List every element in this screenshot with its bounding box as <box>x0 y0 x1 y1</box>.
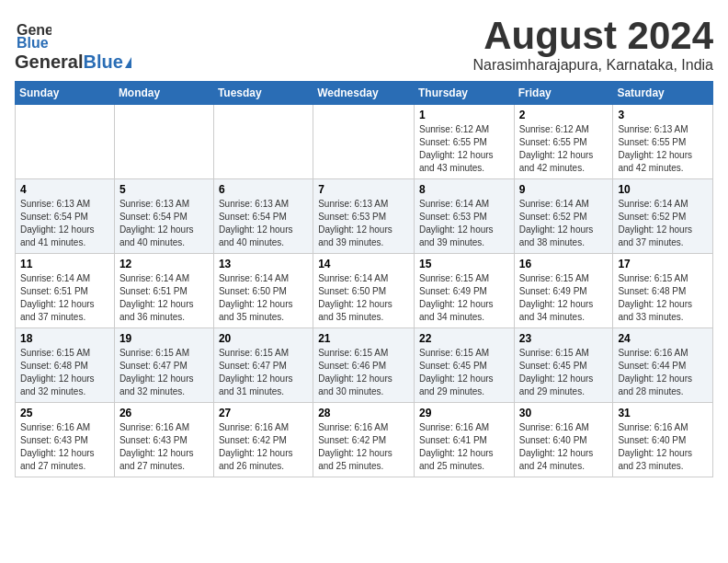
day-number: 18 <box>20 332 109 345</box>
day-number: 28 <box>318 407 409 419</box>
day-number: 3 <box>618 109 708 121</box>
day-number: 13 <box>219 258 308 270</box>
calendar-header: SundayMondayTuesdayWednesdayThursdayFrid… <box>16 82 713 105</box>
day-number: 5 <box>119 183 209 196</box>
day-number: 4 <box>20 183 109 196</box>
day-number: 19 <box>119 332 209 345</box>
day-cell <box>114 105 213 179</box>
day-info: Sunrise: 6:16 AMSunset: 6:40 PMDaylight:… <box>618 421 708 473</box>
day-number: 27 <box>219 407 308 419</box>
day-info: Sunrise: 6:13 AMSunset: 6:55 PMDaylight:… <box>618 123 708 175</box>
day-cell: 27Sunrise: 6:16 AMSunset: 6:42 PMDayligh… <box>213 403 313 477</box>
logo-triangle <box>125 57 131 68</box>
day-cell: 30Sunrise: 6:16 AMSunset: 6:40 PMDayligh… <box>514 403 613 477</box>
day-info: Sunrise: 6:13 AMSunset: 6:53 PMDaylight:… <box>318 198 409 249</box>
day-number: 12 <box>119 258 209 270</box>
day-number: 14 <box>318 258 409 270</box>
day-info: Sunrise: 6:15 AMSunset: 6:46 PMDaylight:… <box>318 347 409 398</box>
location-title: Narasimharajapura, Karnataka, India <box>473 57 713 74</box>
day-cell: 28Sunrise: 6:16 AMSunset: 6:42 PMDayligh… <box>313 403 415 477</box>
month-title: August 2024 <box>473 15 713 57</box>
day-cell <box>313 105 415 179</box>
day-cell: 16Sunrise: 6:15 AMSunset: 6:49 PMDayligh… <box>514 254 613 328</box>
day-info: Sunrise: 6:15 AMSunset: 6:47 PMDaylight:… <box>119 347 209 398</box>
day-number: 7 <box>318 183 409 196</box>
day-info: Sunrise: 6:16 AMSunset: 6:42 PMDaylight:… <box>219 421 308 473</box>
day-info: Sunrise: 6:16 AMSunset: 6:42 PMDaylight:… <box>318 421 409 473</box>
day-info: Sunrise: 6:14 AMSunset: 6:51 PMDaylight:… <box>20 272 109 324</box>
day-info: Sunrise: 6:14 AMSunset: 6:50 PMDaylight:… <box>219 272 308 324</box>
day-cell: 22Sunrise: 6:15 AMSunset: 6:45 PMDayligh… <box>414 328 514 403</box>
day-info: Sunrise: 6:15 AMSunset: 6:47 PMDaylight:… <box>219 347 308 398</box>
day-cell: 5Sunrise: 6:13 AMSunset: 6:54 PMDaylight… <box>114 179 213 254</box>
week-row-4: 18Sunrise: 6:15 AMSunset: 6:48 PMDayligh… <box>16 328 713 403</box>
day-cell: 7Sunrise: 6:13 AMSunset: 6:53 PMDaylight… <box>313 179 415 254</box>
day-number: 8 <box>419 183 509 196</box>
day-number: 16 <box>519 258 609 270</box>
day-info: Sunrise: 6:13 AMSunset: 6:54 PMDaylight:… <box>20 198 109 249</box>
header-cell-monday: Monday <box>114 82 213 105</box>
day-number: 10 <box>618 183 708 196</box>
day-cell: 19Sunrise: 6:15 AMSunset: 6:47 PMDayligh… <box>114 328 213 403</box>
day-info: Sunrise: 6:15 AMSunset: 6:49 PMDaylight:… <box>419 272 509 324</box>
day-cell: 29Sunrise: 6:16 AMSunset: 6:41 PMDayligh… <box>414 403 514 477</box>
day-cell: 31Sunrise: 6:16 AMSunset: 6:40 PMDayligh… <box>613 403 713 477</box>
day-info: Sunrise: 6:14 AMSunset: 6:53 PMDaylight:… <box>419 198 509 249</box>
day-cell: 11Sunrise: 6:14 AMSunset: 6:51 PMDayligh… <box>16 254 115 328</box>
day-number: 20 <box>219 332 308 345</box>
day-cell: 17Sunrise: 6:15 AMSunset: 6:48 PMDayligh… <box>613 254 713 328</box>
day-number: 26 <box>119 407 209 419</box>
day-info: Sunrise: 6:14 AMSunset: 6:52 PMDaylight:… <box>618 198 708 249</box>
day-info: Sunrise: 6:13 AMSunset: 6:54 PMDaylight:… <box>219 198 308 249</box>
day-cell: 25Sunrise: 6:16 AMSunset: 6:43 PMDayligh… <box>16 403 115 477</box>
day-info: Sunrise: 6:15 AMSunset: 6:45 PMDaylight:… <box>419 347 509 398</box>
day-cell: 21Sunrise: 6:15 AMSunset: 6:46 PMDayligh… <box>313 328 415 403</box>
day-cell <box>16 105 115 179</box>
day-cell: 13Sunrise: 6:14 AMSunset: 6:50 PMDayligh… <box>213 254 313 328</box>
calendar-table: SundayMondayTuesdayWednesdayThursdayFrid… <box>15 81 713 477</box>
calendar-body: 1Sunrise: 6:12 AMSunset: 6:55 PMDaylight… <box>16 105 713 477</box>
day-cell: 24Sunrise: 6:16 AMSunset: 6:44 PMDayligh… <box>613 328 713 403</box>
day-number: 22 <box>419 332 509 345</box>
header-cell-sunday: Sunday <box>16 82 115 105</box>
day-number: 23 <box>519 332 609 345</box>
logo-icon: General Blue <box>15 15 51 52</box>
day-number: 6 <box>219 183 308 196</box>
page-header: General Blue General Blue August 2024 Na… <box>15 15 713 74</box>
day-number: 25 <box>20 407 109 419</box>
day-number: 17 <box>618 258 708 270</box>
week-row-1: 1Sunrise: 6:12 AMSunset: 6:55 PMDaylight… <box>16 105 713 179</box>
day-info: Sunrise: 6:12 AMSunset: 6:55 PMDaylight:… <box>419 123 509 175</box>
day-cell: 1Sunrise: 6:12 AMSunset: 6:55 PMDaylight… <box>414 105 514 179</box>
title-area: August 2024 Narasimharajapura, Karnataka… <box>473 15 713 74</box>
logo-blue: Blue <box>83 52 122 73</box>
day-info: Sunrise: 6:16 AMSunset: 6:40 PMDaylight:… <box>519 421 609 473</box>
day-info: Sunrise: 6:13 AMSunset: 6:54 PMDaylight:… <box>119 198 209 249</box>
day-number: 15 <box>419 258 509 270</box>
day-number: 9 <box>519 183 609 196</box>
day-number: 31 <box>618 407 708 419</box>
day-number: 29 <box>419 407 509 419</box>
week-row-5: 25Sunrise: 6:16 AMSunset: 6:43 PMDayligh… <box>16 403 713 477</box>
day-info: Sunrise: 6:16 AMSunset: 6:41 PMDaylight:… <box>419 421 509 473</box>
day-cell: 10Sunrise: 6:14 AMSunset: 6:52 PMDayligh… <box>613 179 713 254</box>
header-cell-wednesday: Wednesday <box>313 82 415 105</box>
day-cell: 3Sunrise: 6:13 AMSunset: 6:55 PMDaylight… <box>613 105 713 179</box>
day-cell: 20Sunrise: 6:15 AMSunset: 6:47 PMDayligh… <box>213 328 313 403</box>
day-info: Sunrise: 6:16 AMSunset: 6:43 PMDaylight:… <box>20 421 109 473</box>
header-cell-friday: Friday <box>514 82 613 105</box>
day-cell: 23Sunrise: 6:15 AMSunset: 6:45 PMDayligh… <box>514 328 613 403</box>
day-number: 24 <box>618 332 708 345</box>
svg-text:Blue: Blue <box>17 35 49 51</box>
day-number: 21 <box>318 332 409 345</box>
header-row: SundayMondayTuesdayWednesdayThursdayFrid… <box>16 82 713 105</box>
day-number: 11 <box>20 258 109 270</box>
day-number: 2 <box>519 109 609 121</box>
day-cell: 8Sunrise: 6:14 AMSunset: 6:53 PMDaylight… <box>414 179 514 254</box>
day-info: Sunrise: 6:15 AMSunset: 6:48 PMDaylight:… <box>618 272 708 324</box>
day-info: Sunrise: 6:15 AMSunset: 6:49 PMDaylight:… <box>519 272 609 324</box>
day-cell: 4Sunrise: 6:13 AMSunset: 6:54 PMDaylight… <box>16 179 115 254</box>
day-cell: 9Sunrise: 6:14 AMSunset: 6:52 PMDaylight… <box>514 179 613 254</box>
week-row-2: 4Sunrise: 6:13 AMSunset: 6:54 PMDaylight… <box>16 179 713 254</box>
day-info: Sunrise: 6:16 AMSunset: 6:44 PMDaylight:… <box>618 347 708 398</box>
